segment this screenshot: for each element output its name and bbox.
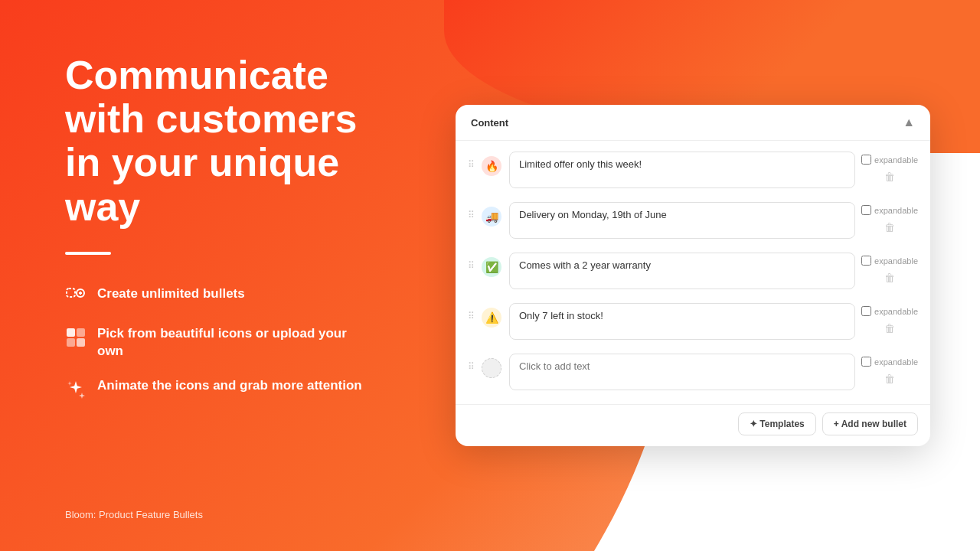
expandable-text-3: expandable bbox=[874, 256, 918, 266]
drag-handle[interactable]: ⠿ bbox=[468, 311, 474, 321]
delete-button-3[interactable]: 🗑 bbox=[880, 269, 899, 287]
page-wrapper: Communicate with customers in your uniqu… bbox=[0, 0, 980, 551]
delete-button-4[interactable]: 🗑 bbox=[880, 319, 899, 337]
feature-text-unlimited-bullets: Create unlimited bullets bbox=[97, 285, 245, 303]
drag-handle[interactable]: ⠿ bbox=[468, 210, 474, 220]
icons-icon bbox=[65, 327, 87, 348]
bullet-controls-1: expandable 🗑 bbox=[861, 155, 918, 186]
bullet-row: ⠿ expandable 🗑 bbox=[468, 350, 918, 396]
bullet-row: ⠿ 🚚 Delivery on Monday, 19th of June exp… bbox=[468, 199, 918, 245]
svg-rect-7 bbox=[77, 338, 85, 347]
expandable-checkbox-4[interactable] bbox=[861, 306, 871, 316]
expandable-checkbox-2[interactable] bbox=[861, 205, 871, 215]
delete-button-5[interactable]: 🗑 bbox=[880, 370, 899, 388]
expandable-checkbox-3[interactable] bbox=[861, 256, 871, 266]
left-panel: Communicate with customers in your uniqu… bbox=[0, 0, 421, 551]
delete-button-1[interactable]: 🗑 bbox=[880, 168, 899, 186]
bullet-icon-checkmark: ✅ bbox=[482, 257, 501, 277]
bullet-text-area: Only 7 left in stock! bbox=[509, 303, 855, 343]
svg-rect-0 bbox=[67, 289, 75, 297]
feature-text-icons: Pick from beautiful icons or upload your… bbox=[97, 325, 375, 360]
expandable-label-5: expandable bbox=[861, 357, 918, 367]
card-title: Content bbox=[471, 117, 508, 129]
collapse-button[interactable]: ▲ bbox=[903, 116, 915, 129]
bullet-controls-2: expandable 🗑 bbox=[861, 205, 918, 236]
expandable-text-5: expandable bbox=[874, 357, 918, 367]
bullet-text-area: Comes with a 2 year warranty bbox=[509, 253, 855, 292]
bullet-controls-5: expandable 🗑 bbox=[861, 357, 918, 388]
headline: Communicate with customers in your uniqu… bbox=[65, 54, 375, 229]
expandable-label-1: expandable bbox=[861, 155, 918, 165]
divider bbox=[65, 252, 111, 255]
animate-icon bbox=[65, 379, 87, 400]
content-card: Content ▲ ⠿ 🔥 Limited offer only this we… bbox=[456, 105, 930, 446]
bullet-icon-truck: 🚚 bbox=[482, 207, 501, 227]
card-header: Content ▲ bbox=[456, 105, 930, 141]
delete-button-2[interactable]: 🗑 bbox=[880, 218, 899, 236]
svg-rect-4 bbox=[67, 328, 75, 337]
bullet-icon-wrap[interactable]: ✅ bbox=[480, 256, 503, 279]
bullet-row: ⠿ ✅ Comes with a 2 year warranty expanda… bbox=[468, 249, 918, 295]
brand-name: Bloom: Product Feature Bullets bbox=[65, 494, 375, 520]
bullet-icon-wrap[interactable] bbox=[480, 357, 503, 380]
feature-text-animate: Animate the icons and grab more attentio… bbox=[97, 377, 362, 395]
drag-handle[interactable]: ⠿ bbox=[468, 159, 474, 170]
features-list: Create unlimited bullets Pick from beaut… bbox=[65, 285, 375, 400]
expandable-label-3: expandable bbox=[861, 256, 918, 266]
bullet-row: ⠿ ⚠️ Only 7 left in stock! expandable 🗑 bbox=[468, 300, 918, 346]
expandable-text-1: expandable bbox=[874, 155, 918, 165]
bullet-icon-empty bbox=[482, 358, 501, 378]
expandable-text-4: expandable bbox=[874, 307, 918, 316]
feature-item-animate: Animate the icons and grab more attentio… bbox=[65, 377, 375, 400]
bullet-icon-wrap[interactable]: 🔥 bbox=[480, 155, 503, 178]
right-panel: Content ▲ ⠿ 🔥 Limited offer only this we… bbox=[421, 0, 980, 551]
card-body: ⠿ 🔥 Limited offer only this week! expand… bbox=[456, 141, 930, 404]
bullet-icon-warning: ⚠️ bbox=[482, 308, 501, 328]
feature-item-icons: Pick from beautiful icons or upload your… bbox=[65, 325, 375, 360]
bullet-controls-4: expandable 🗑 bbox=[861, 306, 918, 337]
bullet-input-5[interactable] bbox=[509, 354, 855, 390]
feature-item-unlimited-bullets: Create unlimited bullets bbox=[65, 285, 375, 308]
add-bullet-button[interactable]: + Add new bullet bbox=[822, 412, 918, 435]
bullet-text-area bbox=[509, 354, 855, 393]
bullets-icon bbox=[65, 287, 87, 308]
bullet-row: ⠿ 🔥 Limited offer only this week! expand… bbox=[468, 148, 918, 194]
bullet-icon-wrap[interactable]: ⚠️ bbox=[480, 306, 503, 329]
expandable-label-2: expandable bbox=[861, 205, 918, 215]
bullet-input-3[interactable]: Comes with a 2 year warranty bbox=[509, 253, 855, 289]
bullet-controls-3: expandable 🗑 bbox=[861, 256, 918, 287]
expandable-checkbox-1[interactable] bbox=[861, 155, 871, 165]
bullet-text-area: Delivery on Monday, 19th of June bbox=[509, 202, 855, 242]
templates-button[interactable]: ✦ Templates bbox=[738, 412, 816, 435]
bullet-icon-wrap[interactable]: 🚚 bbox=[480, 205, 503, 228]
svg-rect-5 bbox=[77, 328, 85, 337]
expandable-text-2: expandable bbox=[874, 206, 918, 215]
bullet-icon-fire: 🔥 bbox=[482, 156, 501, 176]
drag-handle[interactable]: ⠿ bbox=[468, 260, 474, 271]
bullet-input-1[interactable]: Limited offer only this week! bbox=[509, 152, 855, 188]
expandable-checkbox-5[interactable] bbox=[861, 357, 871, 367]
expandable-label-4: expandable bbox=[861, 306, 918, 316]
drag-handle[interactable]: ⠿ bbox=[468, 361, 474, 372]
svg-rect-6 bbox=[67, 338, 75, 347]
bullet-input-4[interactable]: Only 7 left in stock! bbox=[509, 303, 855, 340]
bullet-text-area: Limited offer only this week! bbox=[509, 152, 855, 191]
card-footer: ✦ Templates + Add new bullet bbox=[456, 404, 930, 446]
bullet-input-2[interactable]: Delivery on Monday, 19th of June bbox=[509, 202, 855, 239]
